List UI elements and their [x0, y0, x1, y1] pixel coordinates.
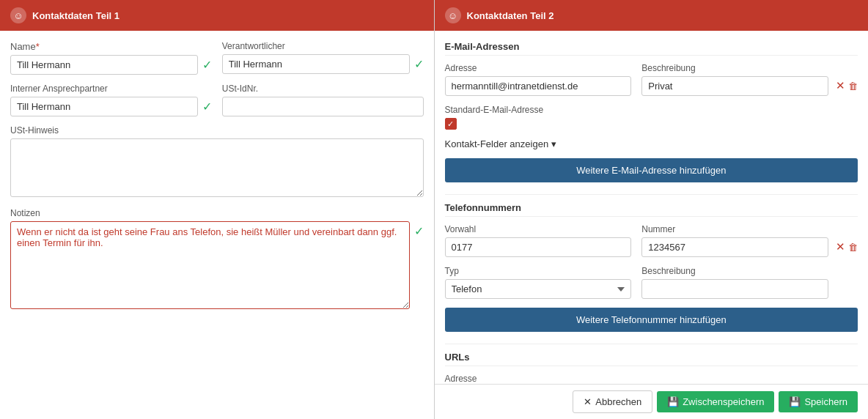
- group-telefon-beschreibung: Beschreibung: [641, 266, 828, 299]
- check-icon-verantwortlicher: ✓: [414, 57, 424, 71]
- panel1-body: Name* ✓ Verantwortlicher ✓ Interner Ansp…: [0, 31, 434, 419]
- cancel-button[interactable]: ✕ Abbrechen: [573, 390, 652, 413]
- group-email-adresse: Adresse: [445, 63, 632, 96]
- input-vorwahl[interactable]: [445, 237, 632, 257]
- check-icon-interner: ✓: [202, 100, 212, 114]
- textarea-notizen[interactable]: Wenn er nicht da ist geht seine Frau ans…: [10, 221, 410, 309]
- group-vorwahl: Vorwahl: [445, 224, 632, 257]
- label-standard-email: Standard-E-Mail-Adresse: [445, 105, 858, 115]
- email-action-icons: ✕ 🗑: [836, 63, 858, 92]
- btn-add-email[interactable]: Weitere E-Mail-Adresse hinzufügen: [445, 158, 858, 182]
- panel2-body: E-Mail-Adressen Adresse Beschreibung ✕ 🗑: [435, 31, 869, 384]
- telefon-remove-icon[interactable]: ✕: [836, 240, 845, 253]
- panel2-title: Kontaktdaten Teil 2: [467, 10, 554, 21]
- input-verantwortlicher[interactable]: [222, 54, 410, 74]
- divider-1: [445, 194, 858, 195]
- input-row-name: ✓: [10, 55, 212, 75]
- group-nummer: Nummer: [641, 224, 828, 257]
- cancel-x-icon: ✕: [584, 396, 592, 407]
- input-name[interactable]: [10, 55, 198, 75]
- input-telefon-beschreibung[interactable]: [641, 279, 828, 299]
- panel2-header: ☺ Kontaktdaten Teil 2: [435, 0, 869, 31]
- chevron-down-icon: ▾: [551, 138, 556, 149]
- label-vorwahl: Vorwahl: [445, 224, 632, 234]
- group-email-beschreibung: Beschreibung: [641, 63, 828, 96]
- group-verantwortlicher: Verantwortlicher ✓: [222, 41, 424, 75]
- group-name: Name* ✓: [10, 41, 212, 75]
- telefon-delete-icon[interactable]: 🗑: [848, 242, 858, 253]
- save-button[interactable]: 💾 Speichern: [779, 391, 858, 412]
- input-email-beschreibung[interactable]: [641, 76, 828, 96]
- label-email-adresse: Adresse: [445, 63, 632, 73]
- label-nummer: Nummer: [641, 224, 828, 234]
- panel1-title: Kontaktdaten Teil 1: [32, 10, 119, 21]
- label-notizen: Notizen: [10, 208, 424, 218]
- group-typ: Typ Telefon Mobil Fax: [445, 266, 632, 299]
- section-urls-title: URLs: [445, 352, 858, 366]
- save-intermediate-button[interactable]: 💾 Zwischenspeichern: [657, 391, 774, 412]
- label-url-adresse: Adresse: [445, 374, 858, 384]
- label-telefon-beschreibung: Beschreibung: [641, 266, 828, 276]
- telefon-two-col-bottom: Typ Telefon Mobil Fax Beschreibung: [445, 266, 829, 308]
- label-name: Name*: [10, 41, 212, 52]
- bottom-toolbar: ✕ Abbrechen 💾 Zwischenspeichern 💾 Speich…: [435, 384, 869, 419]
- input-ust-idnr[interactable]: [222, 97, 424, 116]
- input-nummer[interactable]: [641, 237, 828, 257]
- label-ust-idnr: USt-IdNr.: [222, 84, 424, 94]
- expand-kontakt-felder[interactable]: Kontakt-Felder anzeigen ▾: [445, 138, 858, 149]
- group-standard-email: Standard-E-Mail-Adresse ✓: [445, 105, 858, 130]
- textarea-ust-hinweis[interactable]: [10, 138, 424, 197]
- input-email-adresse[interactable]: [445, 76, 632, 96]
- email-remove-icon[interactable]: ✕: [836, 79, 845, 92]
- group-notizen: Notizen Wenn er nicht da ist geht seine …: [10, 208, 424, 309]
- group-ust-idnr: USt-IdNr.: [222, 84, 424, 116]
- checkbox-wrapper-standard: ✓: [445, 118, 858, 130]
- input-interner[interactable]: [10, 97, 198, 116]
- input-row-ust-idnr: [222, 97, 424, 116]
- divider-2: [445, 344, 858, 344]
- email-fields: Adresse Beschreibung: [445, 63, 829, 105]
- save-intermediate-icon: 💾: [667, 396, 679, 407]
- telefon-action-icons: ✕ 🗑: [836, 224, 858, 253]
- label-verantwortlicher: Verantwortlicher: [222, 41, 424, 51]
- email-row: Adresse Beschreibung ✕ 🗑: [445, 63, 858, 105]
- check-icon-name: ✓: [202, 58, 212, 72]
- email-delete-icon[interactable]: 🗑: [848, 81, 858, 92]
- panel-kontaktdaten-1: ☺ Kontaktdaten Teil 1 Name* ✓ Verantwort…: [0, 0, 435, 419]
- checkbox-standard-email[interactable]: ✓: [445, 118, 457, 130]
- input-row-verantwortlicher: ✓: [222, 54, 424, 74]
- label-typ: Typ: [445, 266, 632, 276]
- panel1-header: ☺ Kontaktdaten Teil 1: [0, 0, 434, 31]
- panel2-icon: ☺: [445, 7, 461, 23]
- label-interner: Interner Ansprechpartner: [10, 84, 212, 94]
- label-email-beschreibung: Beschreibung: [641, 63, 828, 73]
- save-icon: 💾: [789, 396, 801, 407]
- email-two-col: Adresse Beschreibung: [445, 63, 829, 105]
- input-row-interner: ✓: [10, 97, 212, 116]
- select-typ[interactable]: Telefon Mobil Fax: [445, 279, 632, 299]
- input-row-notizen: Wenn er nicht da ist geht seine Frau ans…: [10, 221, 424, 309]
- group-interner: Interner Ansprechpartner ✓: [10, 84, 212, 116]
- section-email-title: E-Mail-Adressen: [445, 41, 858, 56]
- telefon-fields: Vorwahl Nummer Typ Telefon Mobil: [445, 224, 829, 308]
- row-interner-ust: Interner Ansprechpartner ✓ USt-IdNr.: [10, 84, 424, 125]
- telefon-two-col-top: Vorwahl Nummer: [445, 224, 829, 266]
- telefon-row: Vorwahl Nummer Typ Telefon Mobil: [445, 224, 858, 308]
- label-ust-hinweis: USt-Hinweis: [10, 125, 424, 136]
- group-ust-hinweis: USt-Hinweis: [10, 125, 424, 199]
- section-telefon-title: Telefonnummern: [445, 202, 858, 217]
- row-name-verantwortlicher: Name* ✓ Verantwortlicher ✓: [10, 41, 424, 84]
- btn-add-telefon[interactable]: Weitere Telefonnummer hinzufügen: [445, 308, 858, 332]
- check-icon-notizen: ✓: [414, 221, 424, 238]
- panel-kontaktdaten-2: ☺ Kontaktdaten Teil 2 E-Mail-Adressen Ad…: [435, 0, 869, 419]
- panel1-icon: ☺: [10, 7, 26, 23]
